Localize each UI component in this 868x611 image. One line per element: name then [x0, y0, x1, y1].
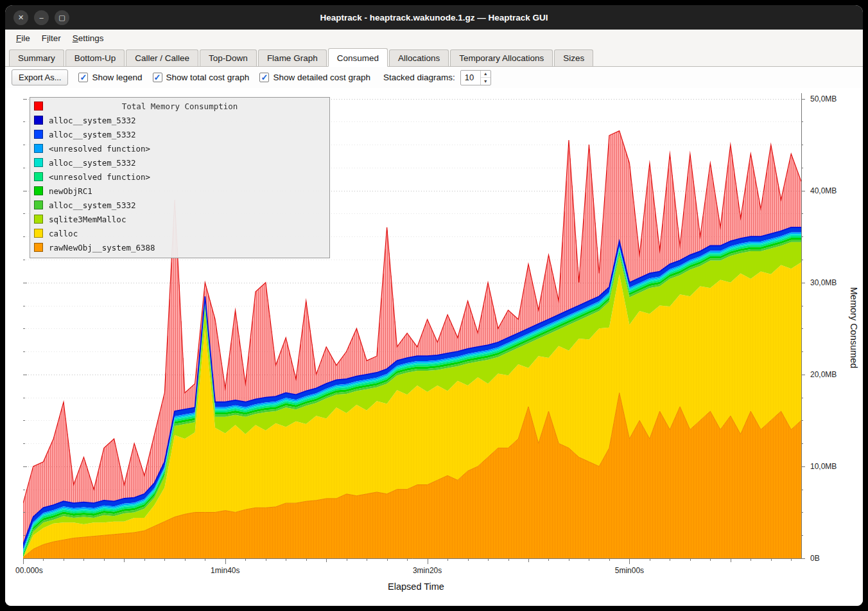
show-detailed-cost-graph-checkbox[interactable]: ✓ Show detailed cost graph [259, 73, 370, 82]
chart-area: 0B 10,0MB 20,0MB 30,0MB 40,0MB 50,0MB 00… [5, 88, 863, 606]
x-axis-title: Elapsed Time [5, 581, 827, 592]
menu-settings[interactable]: Settings [67, 31, 110, 46]
spin-buttons: ▲ ▼ [480, 71, 490, 85]
tab-allocations[interactable]: Allocations [389, 49, 449, 66]
legend-swatch [34, 200, 43, 209]
menu-filter[interactable]: Filter [36, 31, 67, 46]
menu-file[interactable]: File [10, 31, 36, 46]
minimize-icon: – [39, 13, 43, 21]
close-icon: ✕ [18, 13, 24, 22]
x-axis-tick-label: 1min40s [211, 566, 239, 575]
checkbox-label: Show detailed cost graph [273, 73, 370, 82]
spin-up-icon: ▲ [483, 71, 488, 76]
tab-temporary-allocations[interactable]: Temporary Allocations [450, 49, 553, 66]
tab-top-down[interactable]: Top-Down [200, 49, 257, 66]
chart-legend: Total Memory Consumption alloc__system_5… [30, 97, 330, 258]
tab-consumed[interactable]: Consumed [328, 48, 388, 67]
checkbox-check-icon: ✓ [259, 73, 269, 82]
show-total-cost-graph-checkbox[interactable]: ✓ Show total cost graph [153, 73, 250, 82]
legend-item: alloc__system_5332 [30, 127, 329, 141]
y-axis-tick-label: 20,0MB [810, 370, 837, 379]
stacked-diagrams-spinbox[interactable]: 10 ▲ ▼ [460, 70, 491, 85]
app-window: ✕ – ▢ Heaptrack - heaptrack.wakunode.1.g… [5, 5, 863, 606]
spin-down-button[interactable]: ▼ [481, 78, 490, 85]
show-legend-checkbox[interactable]: ✓ Show legend [78, 73, 142, 82]
tab-summary[interactable]: Summary [9, 49, 64, 66]
legend-item: sqlite3MemMalloc [30, 212, 329, 226]
legend-swatch-total [34, 102, 43, 111]
checkbox-check-icon: ✓ [153, 73, 162, 82]
chart-toolbar: Export As... ✓ Show legend ✓ Show total … [5, 67, 863, 88]
x-axis-tick-label: 00.000s [15, 566, 43, 575]
minimize-button[interactable]: – [34, 10, 49, 25]
stacked-diagrams-label: Stacked diagrams: [383, 73, 455, 82]
titlebar[interactable]: ✕ – ▢ Heaptrack - heaptrack.wakunode.1.g… [5, 5, 863, 30]
tab-flame-graph[interactable]: Flame Graph [258, 49, 327, 66]
legend-item: alloc__system_5332 [30, 113, 329, 127]
checkbox-label: Show total cost graph [166, 73, 250, 82]
x-axis-tick-label: 3min20s [413, 566, 442, 575]
tab-caller-callee[interactable]: Caller / Callee [126, 49, 198, 66]
legend-item: alloc__system_5332 [30, 198, 329, 212]
legend-item: <unresolved function> [30, 170, 329, 184]
export-as-button[interactable]: Export As... [12, 69, 68, 85]
legend-title: Total Memory Consumption [122, 102, 238, 111]
legend-swatch [34, 116, 43, 125]
legend-swatch [34, 215, 43, 224]
legend-item: calloc [30, 226, 329, 240]
y-axis-tick-label: 50,0MB [810, 94, 837, 103]
legend-swatch [34, 229, 43, 238]
close-button[interactable]: ✕ [13, 10, 28, 25]
y-axis-title: Memory Consumed [849, 287, 859, 369]
legend-item: <unresolved function> [30, 141, 329, 155]
legend-swatch [34, 172, 43, 181]
legend-swatch [34, 158, 43, 167]
checkbox-check-icon: ✓ [78, 73, 88, 82]
legend-title-row: Total Memory Consumption [30, 99, 329, 113]
maximize-button[interactable]: ▢ [55, 10, 69, 25]
y-axis-tick-label: 40,0MB [810, 186, 837, 195]
x-axis-tick-label: 5min00s [615, 566, 644, 575]
window-title: Heaptrack - heaptrack.wakunode.1.gz — He… [5, 13, 863, 22]
maximize-icon: ▢ [58, 13, 65, 22]
checkbox-label: Show legend [92, 73, 142, 82]
legend-swatch [34, 243, 43, 252]
tab-sizes[interactable]: Sizes [554, 49, 593, 66]
tab-bar: Summary Bottom-Up Caller / Callee Top-Do… [5, 47, 863, 67]
window-controls: ✕ – ▢ [13, 5, 69, 30]
y-axis-tick-label: 10,0MB [810, 462, 837, 471]
tab-bottom-up[interactable]: Bottom-Up [65, 49, 125, 66]
legend-item: alloc__system_5332 [30, 155, 329, 170]
menubar: File Filter Settings [5, 30, 863, 47]
y-axis-tick-label: 0B [810, 554, 820, 563]
y-axis-tick-label: 30,0MB [810, 278, 837, 287]
spin-up-button[interactable]: ▲ [481, 71, 490, 78]
stacked-diagrams-value: 10 [461, 71, 480, 85]
legend-swatch [34, 186, 43, 195]
spin-down-icon: ▼ [483, 79, 488, 84]
legend-swatch [34, 144, 43, 153]
legend-item: rawNewObj__system_6388 [30, 240, 329, 254]
legend-swatch [34, 130, 43, 139]
legend-item: newObjRC1 [30, 184, 329, 198]
